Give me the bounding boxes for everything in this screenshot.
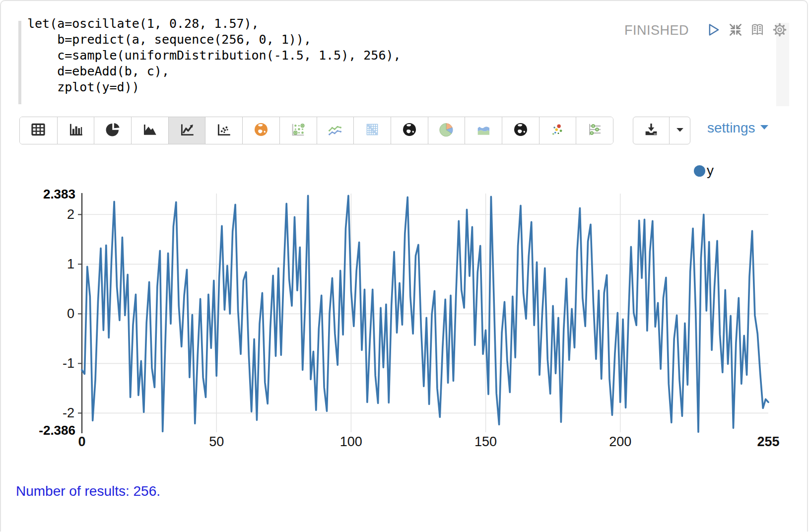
paragraph-status-bar: FINISHED bbox=[1, 23, 795, 43]
globe-dark-icon bbox=[512, 121, 529, 140]
y-tick-label: 2 bbox=[67, 207, 74, 222]
legend-item[interactable]: y bbox=[694, 163, 714, 179]
chart-type-heatmap-chart-button[interactable] bbox=[353, 117, 391, 144]
compress-icon bbox=[728, 22, 743, 40]
play-icon bbox=[705, 22, 721, 40]
run-button[interactable] bbox=[704, 22, 722, 40]
x-tick-label: 100 bbox=[340, 434, 362, 449]
y-min-label: -2.386 bbox=[39, 423, 75, 438]
table-icon bbox=[29, 121, 47, 140]
caret-down-icon bbox=[760, 124, 769, 133]
download-dropdown-button[interactable] bbox=[669, 117, 690, 144]
chart-type-line-chart-button[interactable] bbox=[168, 117, 205, 144]
y-tick-label: 0 bbox=[67, 306, 74, 321]
download-icon bbox=[642, 121, 660, 140]
collapse-editor-button[interactable] bbox=[727, 22, 744, 40]
multi-line-icon bbox=[326, 121, 344, 140]
chart-type-map-dark-button[interactable] bbox=[391, 117, 428, 144]
pie-chart-icon bbox=[104, 121, 122, 140]
settings-link[interactable]: settings bbox=[707, 120, 769, 136]
x-tick-label: 200 bbox=[609, 434, 631, 449]
legend-swatch bbox=[694, 165, 705, 177]
heatmap-icon bbox=[363, 121, 381, 140]
line-chart: 210-1-22.383-2.386050100150200255 bbox=[1, 150, 809, 455]
legend-label: y bbox=[707, 163, 714, 179]
chart-type-bubble-chart-button[interactable] bbox=[539, 117, 576, 144]
x-tick-label: 0 bbox=[78, 434, 85, 449]
x-tick-label: 150 bbox=[474, 434, 497, 449]
download-split-button bbox=[633, 117, 690, 144]
chart-type-pie-chart-button[interactable] bbox=[94, 117, 131, 144]
paragraph-settings-button[interactable] bbox=[771, 22, 789, 40]
book-icon bbox=[749, 22, 766, 40]
chart-type-stacked-area-chart-button[interactable] bbox=[465, 117, 502, 144]
y-tick-label: 1 bbox=[67, 257, 74, 271]
chart-type-scatter-chart-button[interactable] bbox=[205, 117, 242, 144]
chart-type-pie-pastel-chart-button[interactable] bbox=[428, 117, 465, 144]
chart-type-map-orange-button[interactable] bbox=[242, 117, 279, 144]
stacked-area-icon bbox=[474, 121, 492, 140]
globe-dark-icon bbox=[401, 121, 418, 140]
x-tick-label: 255 bbox=[757, 434, 779, 449]
y-tick-label: -2 bbox=[63, 405, 74, 420]
parallel-coords-icon bbox=[586, 121, 604, 140]
download-button[interactable] bbox=[633, 117, 669, 144]
chart-type-bar-chart-button[interactable] bbox=[57, 117, 94, 144]
status-badge: FINISHED bbox=[624, 23, 689, 38]
y-max-label: 2.383 bbox=[43, 187, 75, 201]
chart-type-parallel-coordinates-button[interactable] bbox=[576, 117, 613, 144]
gear-icon bbox=[772, 22, 788, 40]
chart-type-map-dark-2-button[interactable] bbox=[502, 117, 539, 144]
globe-orange-icon bbox=[253, 121, 270, 140]
chart-type-table-button[interactable] bbox=[20, 117, 57, 144]
chart-type-multi-line-chart-button[interactable] bbox=[317, 117, 354, 144]
dot-grid-icon bbox=[289, 121, 307, 140]
settings-label: settings bbox=[707, 120, 755, 136]
scatter-chart-icon bbox=[215, 121, 233, 140]
chart-type-toolbar bbox=[19, 117, 613, 144]
caret-down-icon bbox=[673, 122, 687, 139]
toggle-output-button[interactable] bbox=[748, 22, 766, 40]
scatter-colored-icon bbox=[548, 121, 566, 140]
y-tick-label: -1 bbox=[63, 356, 74, 371]
pie-pastel-icon bbox=[437, 121, 455, 140]
paragraph-card: let(a=oscillate(1, 0.28, 1.57), b=predic… bbox=[0, 0, 808, 532]
chart-type-dot-grid-chart-button[interactable] bbox=[279, 117, 317, 144]
chart-area: 210-1-22.383-2.386050100150200255 bbox=[1, 150, 809, 455]
area-chart-icon bbox=[141, 121, 159, 140]
result-count-text: Number of results: 256. bbox=[16, 483, 160, 499]
line-chart-icon bbox=[178, 121, 196, 140]
bar-chart-icon bbox=[67, 121, 85, 140]
chart-type-area-chart-button[interactable] bbox=[131, 117, 168, 144]
x-tick-label: 50 bbox=[209, 434, 224, 449]
